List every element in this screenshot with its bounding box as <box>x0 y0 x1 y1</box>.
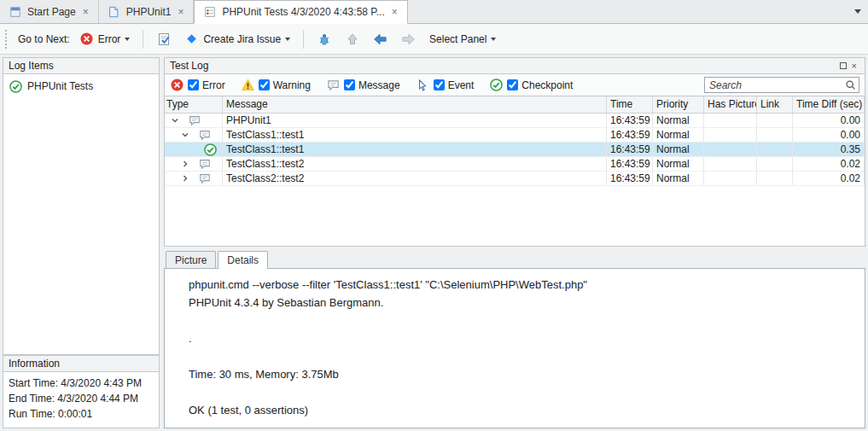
filter-warning-label: Warning <box>273 79 311 91</box>
expander-collapsed-icon[interactable] <box>180 174 190 183</box>
post-bug-button[interactable] <box>312 29 335 49</box>
tree-item-phpunit-tests[interactable]: PHPUnit Tests <box>5 78 157 95</box>
jira-icon <box>184 32 199 46</box>
upload-results-button[interactable] <box>341 29 364 49</box>
create-jira-issue-button[interactable]: Create Jira Issue <box>180 29 294 49</box>
event-icon <box>416 78 430 92</box>
filter-message-checkbox[interactable] <box>344 79 355 90</box>
table-row[interactable]: TestClass1::test2 16:43:59 Normal 0.02 <box>165 157 865 172</box>
time-diff-cell: 0.02 <box>793 172 865 185</box>
message-icon <box>199 172 211 184</box>
details-line: phpunit.cmd --verbose --filter 'TestClas… <box>189 276 858 294</box>
column-header-has-picture[interactable]: Has Picture <box>704 96 757 113</box>
tab-label: PHPUnit1 <box>126 6 172 18</box>
message-icon <box>326 78 341 92</box>
column-header-time[interactable]: Time <box>607 96 653 113</box>
information-header: Information <box>3 355 160 372</box>
close-panel-button[interactable]: × <box>849 58 859 73</box>
undock-panel-button[interactable] <box>837 62 849 69</box>
table-row[interactable]: TestClass2::test2 16:43:59 Normal 0.02 <box>165 172 865 186</box>
chevron-down-icon <box>125 38 130 41</box>
expander-expanded-icon[interactable] <box>180 131 190 139</box>
column-header-priority[interactable]: Priority <box>653 96 704 113</box>
tab-label: Start Page <box>27 6 76 18</box>
tab-close-icon[interactable]: × <box>81 6 90 18</box>
table-empty-area <box>165 186 865 246</box>
time-cell: 16:43:59 <box>607 128 653 142</box>
tab-list-dropdown-icon[interactable] <box>854 9 861 14</box>
message-icon <box>199 129 211 141</box>
column-header-type[interactable]: Type <box>165 96 223 113</box>
tab-close-icon[interactable]: × <box>390 6 399 18</box>
restore-icon <box>840 62 847 69</box>
search-icon[interactable] <box>845 79 856 93</box>
message-cell: PHPUnit1 <box>223 114 607 127</box>
column-header-time-diff[interactable]: Time Diff (sec) <box>793 96 865 113</box>
has-picture-cell <box>704 157 757 171</box>
details-line <box>189 312 858 329</box>
filter-error-checkbox[interactable] <box>188 79 199 90</box>
column-header-link[interactable]: Link <box>757 96 793 113</box>
toolbar-grip[interactable] <box>5 30 9 49</box>
previous-item-button[interactable] <box>369 29 392 49</box>
filter-event-checkbox[interactable] <box>434 79 445 90</box>
go-to-next-dropdown[interactable]: Error <box>75 29 135 49</box>
table-row-selected[interactable]: TestClass1::test1 16:43:59 Normal 0.35 <box>165 143 865 157</box>
filter-checkpoint-checkbox[interactable] <box>507 79 518 90</box>
link-cell <box>757 157 793 171</box>
tab-details[interactable]: Details <box>218 251 268 269</box>
link-cell <box>757 172 793 185</box>
expander-collapsed-icon[interactable] <box>180 160 190 168</box>
table-row[interactable]: PHPUnit1 16:43:59 Normal 0.00 <box>165 114 865 128</box>
next-item-button[interactable] <box>397 29 420 49</box>
type-cell <box>165 114 223 127</box>
information-content: Start Time: 4/3/2020 4:43 PM End Time: 4… <box>3 372 160 428</box>
tab-picture[interactable]: Picture <box>166 251 216 268</box>
warning-icon <box>241 78 255 92</box>
time-cell: 16:43:59 <box>607 157 653 171</box>
has-picture-cell <box>704 114 757 127</box>
expander-expanded-icon[interactable] <box>170 116 180 125</box>
report-button[interactable] <box>152 29 175 49</box>
time-cell: 16:43:59 <box>607 143 653 156</box>
message-cell: TestClass1::test1 <box>223 143 607 156</box>
type-cell <box>165 143 223 156</box>
create-jira-issue-label: Create Jira Issue <box>203 33 281 45</box>
back-arrow-icon <box>373 32 387 46</box>
start-time-text: Start Time: 4/3/2020 4:43 PM <box>9 376 154 391</box>
log-icon <box>202 5 217 20</box>
details-content: phpunit.cmd --verbose --filter 'TestClas… <box>164 268 865 428</box>
time-cell: 16:43:59 <box>607 114 653 127</box>
tab-phpunit1[interactable]: PHPUnit1 × <box>99 0 195 23</box>
time-diff-cell: 0.35 <box>793 143 865 156</box>
log-items-tree: PHPUnit Tests <box>3 74 160 355</box>
message-icon <box>189 114 201 126</box>
table-header-row: Type Message Time Priority Has Picture L… <box>165 96 865 114</box>
project-icon <box>107 4 121 19</box>
bug-icon <box>317 32 331 46</box>
has-picture-cell <box>704 172 757 185</box>
tab-label: PHPUnit Tests 4/3/2020 4:43:58 P... <box>222 6 384 18</box>
details-tab-bar: Picture Details <box>164 250 865 268</box>
error-icon <box>170 78 184 92</box>
filter-checkpoint: Checkpoint <box>489 78 573 92</box>
has-picture-cell <box>704 143 757 156</box>
tab-close-icon[interactable]: × <box>176 6 185 18</box>
filter-warning-checkbox[interactable] <box>259 79 270 90</box>
type-cell <box>165 157 223 171</box>
message-cell: TestClass1::test2 <box>223 157 607 171</box>
tab-phpunit-tests-log[interactable]: PHPUnit Tests 4/3/2020 4:43:58 P... × <box>194 0 407 24</box>
chevron-down-icon <box>491 38 496 41</box>
log-table: Type Message Time Priority Has Picture L… <box>164 96 865 247</box>
filter-event: Event <box>416 78 475 92</box>
details-line: Time: 30 ms, Memory: 3.75Mb <box>189 365 858 383</box>
tab-start-page[interactable]: Start Page × <box>0 0 99 23</box>
column-header-message[interactable]: Message <box>223 96 607 113</box>
tree-item-label: PHPUnit Tests <box>27 80 93 92</box>
start-page-icon <box>8 4 22 19</box>
select-panel-dropdown[interactable]: Select Panel <box>425 31 500 48</box>
details-line <box>189 383 858 401</box>
search-input[interactable] <box>704 77 859 93</box>
table-row[interactable]: TestClass1::test1 16:43:59 Normal 0.00 <box>165 128 865 143</box>
time-diff-cell: 0.00 <box>793 114 865 127</box>
